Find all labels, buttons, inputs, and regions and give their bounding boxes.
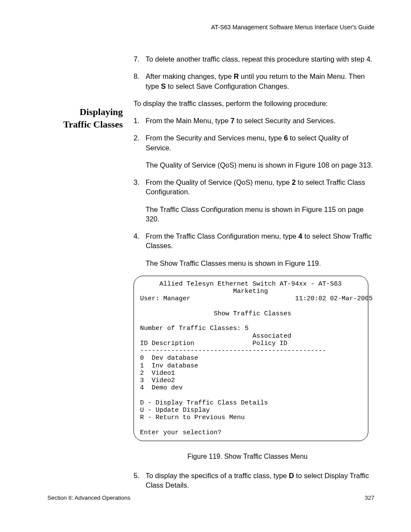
step-number: 8.	[134, 72, 146, 91]
key-6: 6	[284, 134, 288, 142]
step-text: After making changes, type R until you r…	[146, 72, 374, 91]
step-8: 8. After making changes, type R until yo…	[134, 72, 374, 91]
margin-column: Displaying Traffic Classes	[47, 54, 134, 131]
step-number: 4.	[134, 231, 146, 268]
step-text: From the Traffic Class Configuration men…	[146, 231, 374, 268]
term-menu-u: U - Update Display	[140, 407, 210, 414]
term-row-0: 0 Dev database	[140, 355, 198, 362]
step-text: From the Quality of Service (QoS) menu, …	[146, 177, 374, 224]
heading-line1: Displaying	[80, 106, 123, 117]
step-3-sub: The Traffic Class Configuration menu is …	[146, 205, 374, 224]
key-4: 4	[299, 232, 302, 240]
text-b: to select Security and Services.	[234, 117, 336, 124]
text-a: To display the specifics of a traffic cl…	[146, 472, 289, 479]
terminal-box: Allied Telesyn Ethernet Switch AT-94xx -…	[134, 276, 368, 441]
key-d: D	[289, 472, 294, 479]
page-footer: Section II: Advanced Operations 327	[47, 495, 374, 501]
running-header: AT-S63 Management Software Menus Interfa…	[47, 24, 374, 31]
step-text: From the Security and Services menu, typ…	[146, 133, 374, 170]
intro-paragraph: To display the traffic classes, perform …	[134, 99, 374, 108]
term-menu-r: R - Return to Previous Menu	[140, 414, 245, 421]
heading-line2: Traffic Classes	[63, 119, 123, 130]
step-number: 7.	[134, 54, 146, 64]
term-row-4: 4 Demo dev	[140, 384, 183, 392]
step-4: 4. From the Traffic Class Configuration …	[134, 231, 374, 268]
term-screen-name: Show Traffic Classes	[140, 310, 291, 317]
figure-caption: Figure 119. Show Traffic Classes Menu	[121, 452, 374, 461]
term-title: Allied Telesyn Ethernet Switch AT-94xx -…	[140, 280, 342, 288]
term-menu-d: D - Display Traffic Class Details	[140, 399, 268, 407]
key-r: R	[234, 72, 239, 80]
term-count: Number of Traffic Classes: 5	[140, 325, 249, 332]
page: AT-S63 Management Software Menus Interfa…	[0, 0, 411, 532]
step-text: To display the specifics of a traffic cl…	[146, 471, 374, 490]
text-c: to select Save Configuration Changes.	[166, 82, 289, 90]
step-2-sub: The Quality of Service (QoS) menu is sho…	[146, 160, 374, 170]
term-prompt: Enter your selection?	[140, 429, 221, 436]
term-colhdr1: Associated	[140, 333, 291, 340]
step-3: 3. From the Quality of Service (QoS) men…	[134, 177, 374, 224]
term-row-3: 3 Video2	[140, 377, 175, 384]
step-text: From the Main Menu, type 7 to select Sec…	[146, 116, 374, 125]
text-a: From the Main Menu, type	[146, 117, 230, 124]
term-colhdr2: ID Description Policy ID	[140, 340, 287, 347]
text-a: After making changes, type	[146, 72, 234, 80]
step-text: To delete another traffic class, repeat …	[146, 54, 374, 64]
section-heading: Displaying Traffic Classes	[47, 106, 123, 131]
step-7: 7. To delete another traffic class, repe…	[134, 54, 374, 64]
step-number: 1.	[134, 116, 146, 125]
step-2: 2. From the Security and Services menu, …	[134, 133, 374, 170]
term-timestamp: 11:20:02 02-Mar-2005	[295, 295, 373, 302]
text-a: From the Traffic Class Configuration men…	[146, 232, 299, 240]
footer-page-number: 327	[364, 495, 374, 501]
term-divider: ----------------------------------------…	[140, 347, 326, 355]
footer-section: Section II: Advanced Operations	[47, 495, 131, 501]
term-row-2: 2 Video1	[140, 370, 175, 377]
term-row-1: 1 Inv database	[140, 362, 198, 370]
step-4-sub: The Show Traffic Classes menu is shown i…	[146, 258, 374, 268]
body-column: 7. To delete another traffic class, repe…	[134, 54, 374, 498]
step-number: 5.	[134, 471, 146, 490]
key-s: S	[161, 82, 166, 90]
term-user: User: Manager	[140, 295, 190, 302]
step-1: 1. From the Main Menu, type 7 to select …	[134, 116, 374, 125]
text-a: From the Quality of Service (QoS) menu, …	[146, 178, 292, 186]
text-a: From the Security and Services menu, typ…	[146, 134, 284, 142]
step-5: 5. To display the specifics of a traffic…	[134, 471, 374, 490]
step-number: 3.	[134, 177, 146, 224]
term-subtitle: Marketing	[140, 288, 268, 295]
content-row: Displaying Traffic Classes 7. To delete …	[47, 54, 374, 498]
key-7: 7	[230, 117, 234, 124]
terminal-figure: Allied Telesyn Ethernet Switch AT-94xx -…	[134, 276, 374, 441]
step-number: 2.	[134, 133, 146, 170]
